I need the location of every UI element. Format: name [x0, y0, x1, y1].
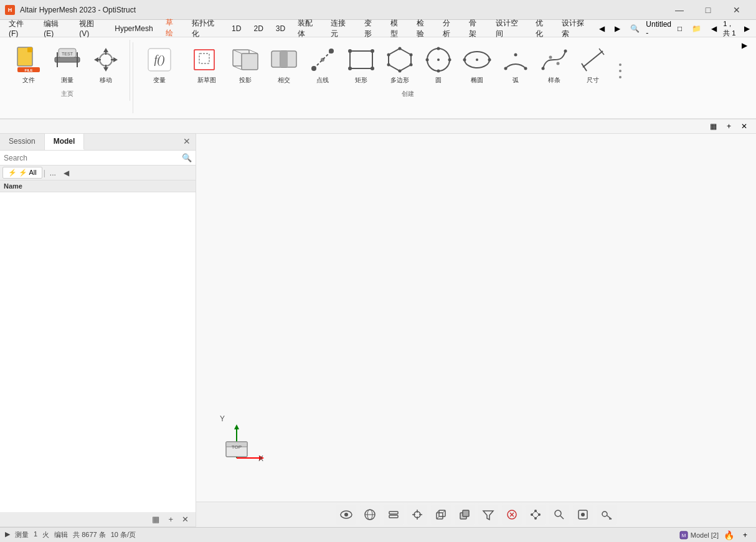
- ribbon-btn-point-line[interactable]: 点线: [304, 42, 341, 87]
- svg-point-9: [100, 54, 112, 66]
- ribbon-group-create-label: 创建: [402, 90, 414, 98]
- ribbon-btn-circle[interactable]: 圆: [420, 42, 457, 87]
- add-panel-button[interactable]: +: [723, 121, 735, 132]
- svg-point-41: [348, 67, 352, 70]
- maximize-button[interactable]: □: [694, 0, 722, 20]
- viewport-canvas[interactable]: Y TOP X: [196, 134, 756, 502]
- ribbon-btn-project-label: 投影: [239, 76, 252, 85]
- svg-marker-13: [103, 67, 108, 72]
- svg-point-46: [410, 63, 413, 67]
- filter-all-button[interactable]: ⚡ ⚡ All: [2, 167, 42, 179]
- nav-tab-prev[interactable]: ◀: [707, 23, 721, 34]
- ribbon-btn-arc-label: 弧: [513, 76, 519, 85]
- svg-line-30: [233, 66, 242, 70]
- filter-all-label: ⚡ All: [19, 169, 37, 177]
- ribbon-btn-intersect-label: 相交: [278, 76, 290, 85]
- crosshair-button[interactable]: [407, 505, 427, 525]
- polygon-icon: [385, 45, 415, 75]
- sidebar-close-button[interactable]: ✕: [178, 134, 196, 150]
- svg-text:TEST: TEST: [62, 52, 73, 56]
- status-add-button[interactable]: +: [739, 530, 751, 541]
- svg-point-40: [371, 49, 374, 53]
- svg-point-49: [387, 54, 390, 57]
- box-button[interactable]: [573, 505, 593, 525]
- ribbon-btn-variable[interactable]: f() 变量: [141, 42, 178, 87]
- svg-line-67: [583, 51, 603, 67]
- svg-point-72: [619, 70, 621, 72]
- ribbon-btn-project[interactable]: 投影: [227, 42, 264, 87]
- circle-x-button[interactable]: [502, 505, 522, 525]
- ribbon-btn-file-label: 文件: [22, 76, 35, 85]
- close-button[interactable]: ✕: [722, 0, 751, 20]
- svg-point-66: [564, 50, 567, 53]
- status-bar-left: ▶ 测量 1 火 编辑 共 8677 条 10 条/页: [5, 530, 136, 540]
- svg-marker-17: [113, 57, 118, 62]
- spline-icon: [539, 45, 569, 75]
- ribbon-group-home-label: 主页: [61, 90, 73, 98]
- ribbon-btn-new-sketch[interactable]: 新草图: [188, 42, 225, 87]
- ribbon-btn-measure[interactable]: TEST 测量: [49, 42, 86, 87]
- model-browser-icons: ▦ + ✕: [149, 513, 192, 525]
- svg-point-65: [557, 62, 560, 65]
- sidebar-tab-model[interactable]: Model: [45, 134, 85, 150]
- grid-view-button[interactable]: ▦: [706, 121, 721, 132]
- svg-point-71: [619, 63, 621, 66]
- ribbon-btn-spline[interactable]: 样条: [536, 42, 573, 87]
- key-button[interactable]: [597, 505, 617, 525]
- cube2-button[interactable]: [455, 505, 475, 525]
- menu-3d[interactable]: 3D: [270, 22, 291, 35]
- search-bottom-button[interactable]: [549, 505, 569, 525]
- ribbon-btn-file[interactable]: FILE 文件: [10, 42, 47, 87]
- funnel-button[interactable]: [478, 505, 498, 525]
- sidebar-header: Name: [0, 180, 196, 192]
- search-input[interactable]: [4, 154, 182, 162]
- sidebar: Session Model ✕ 🔍 ⚡ ⚡ All | ... ◀ Name: [0, 134, 196, 527]
- globe-button[interactable]: [360, 505, 380, 525]
- main-area: Session Model ✕ 🔍 ⚡ ⚡ All | ... ◀ Name: [0, 134, 756, 527]
- svg-point-39: [348, 49, 352, 53]
- new-window-button[interactable]: □: [674, 23, 686, 34]
- tab-counter: 1，共 1: [723, 19, 738, 38]
- ribbon-btn-intersect[interactable]: 相交: [265, 42, 303, 87]
- menu-2d[interactable]: 2D: [247, 22, 269, 35]
- svg-point-45: [410, 54, 413, 57]
- ribbon-group-variable: f() 变量 x: [136, 40, 183, 99]
- mb-add-button[interactable]: +: [165, 513, 176, 525]
- project-icon: [230, 45, 260, 75]
- nav-tab-next[interactable]: ▶: [740, 23, 754, 34]
- ribbon-btn-more[interactable]: [613, 55, 628, 87]
- ribbon-btn-variable-label: 变量: [153, 76, 166, 85]
- close-panel-button[interactable]: ✕: [737, 121, 751, 132]
- open-file-button[interactable]: 📁: [688, 23, 705, 34]
- y-axis-label: Y: [220, 414, 225, 423]
- menu-1d[interactable]: 1D: [225, 22, 247, 35]
- search-button[interactable]: 🔍: [626, 23, 643, 34]
- nav-back-button[interactable]: ◀: [595, 23, 608, 34]
- ribbon-btn-polygon[interactable]: 多边形: [381, 42, 418, 87]
- layers-button[interactable]: [384, 505, 404, 525]
- ribbon-btn-rectangle-label: 矩形: [355, 76, 367, 85]
- mb-close-button[interactable]: ✕: [179, 513, 192, 525]
- filter-row: ▦ + ✕: [0, 119, 756, 134]
- ribbon-group-create-items: 新草图 投影: [188, 42, 628, 87]
- filter-more-button[interactable]: ...: [47, 167, 59, 179]
- svg-point-48: [387, 63, 390, 67]
- ribbon-btn-move[interactable]: 移动: [87, 42, 125, 87]
- filter-back-button[interactable]: ◀: [60, 167, 72, 179]
- menu-hypermesh[interactable]: HyperMesh: [108, 22, 159, 35]
- ribbon-btn-rectangle[interactable]: 矩形: [343, 42, 380, 87]
- eye-button[interactable]: [336, 505, 356, 525]
- ribbon-btn-arc[interactable]: 弧: [497, 42, 534, 87]
- minimize-button[interactable]: —: [665, 0, 694, 20]
- cube-button[interactable]: [431, 505, 451, 525]
- mb-grid-button[interactable]: ▦: [149, 513, 163, 525]
- nodes-button[interactable]: [526, 505, 546, 525]
- ribbon-btn-dimension[interactable]: 尺寸: [574, 42, 612, 87]
- axis-widget: Y TOP X: [215, 414, 265, 464]
- ribbon-scroll-right[interactable]: ▶: [738, 40, 751, 51]
- svg-rect-1: [27, 47, 32, 52]
- sidebar-tab-session[interactable]: Session: [0, 134, 45, 150]
- nav-forward-button[interactable]: ▶: [611, 23, 624, 34]
- ribbon-btn-ellipse[interactable]: 椭圆: [458, 42, 496, 87]
- svg-point-58: [463, 58, 466, 62]
